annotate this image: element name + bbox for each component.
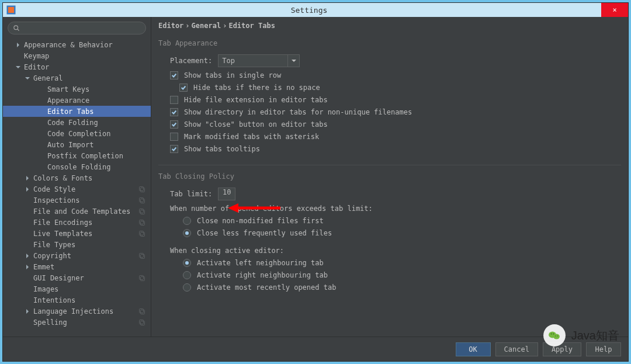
breadcrumb-item: Editor Tabs [228, 22, 275, 30]
settings-tree[interactable]: Appearance & BehaviorKeymapEditorGeneral… [3, 39, 151, 337]
svg-rect-5 [141, 188, 145, 192]
sidebar-item-smart-keys[interactable]: Smart Keys [3, 84, 151, 95]
svg-rect-19 [141, 310, 145, 314]
sidebar-item-label: Smart Keys [47, 85, 89, 93]
sidebar-item-language-injections[interactable]: Language Injections [3, 306, 151, 317]
titlebar: Settings × [3, 3, 628, 17]
sidebar-item-label: Code Folding [47, 119, 98, 127]
checkbox-label: Hide tabs if there is no space [193, 84, 320, 92]
hide-no-space-checkbox[interactable]: Hide tabs if there is no space [179, 84, 621, 92]
sidebar-item-label: Intentions [33, 296, 75, 304]
radio-close-lessfreq[interactable]: Close less frequently used files [183, 229, 621, 237]
sidebar-item-code-folding[interactable]: Code Folding [3, 117, 151, 128]
sidebar-item-label: Appearance [47, 96, 89, 105]
checkbox-label: Show directory in editor tabs for non-un… [184, 108, 412, 116]
cancel-button[interactable]: Cancel [495, 342, 538, 356]
close-icon: × [612, 6, 616, 14]
sidebar-item-copyright[interactable]: Copyright [3, 250, 151, 261]
svg-rect-17 [141, 276, 145, 280]
checkbox-icon [170, 120, 178, 129]
radio-activate-left[interactable]: Activate left neighbouring tab [183, 259, 621, 267]
sidebar-item-emmet[interactable]: Emmet [3, 261, 151, 272]
radio-label: Activate most recently opened tab [197, 283, 336, 292]
sidebar-item-file-and-code-templates[interactable]: File and Code Templates [3, 206, 151, 217]
radio-label: Close less frequently used files [197, 229, 332, 237]
svg-rect-6 [140, 197, 144, 202]
sidebar-item-label: Postfix Completion [47, 152, 123, 160]
svg-rect-15 [141, 254, 145, 258]
sidebar-item-appearance-behavior[interactable]: Appearance & Behavior [3, 39, 151, 50]
sidebar-item-label: Images [33, 285, 58, 293]
svg-rect-4 [140, 186, 144, 190]
ok-button[interactable]: OK [456, 342, 491, 356]
sidebar-item-general[interactable]: General [3, 72, 151, 84]
close-button[interactable]: × [601, 3, 628, 17]
sidebar-item-label: Editor [24, 63, 49, 71]
sidebar-item-label: Code Completion [47, 130, 110, 138]
placement-select[interactable]: Top [218, 54, 288, 67]
svg-point-26 [550, 334, 552, 335]
radio-icon [183, 217, 191, 225]
sidebar-item-spelling[interactable]: Spelling [3, 317, 151, 328]
expand-icon [24, 175, 31, 182]
placement-dropdown-button[interactable] [288, 54, 300, 67]
wechat-icon [543, 324, 566, 346]
tab-limit-value: 10 [223, 188, 231, 196]
sidebar-item-gui-designer[interactable]: GUI Designer [3, 272, 151, 283]
group-closing-policy: Tab Closing Policy [158, 165, 621, 181]
sidebar-item-live-templates[interactable]: Live Templates [3, 228, 151, 239]
per-project-icon [138, 307, 146, 316]
sidebar-item-auto-import[interactable]: Auto Import [3, 139, 151, 150]
sidebar-item-inspections[interactable]: Inspections [3, 195, 151, 206]
per-project-icon [138, 274, 146, 282]
sidebar-item-keymap[interactable]: Keymap [3, 50, 151, 61]
show-close-checkbox[interactable]: Show "close" button on editor tabs [170, 120, 621, 129]
per-project-icon [138, 185, 146, 193]
sidebar-item-label: Editor Tabs [47, 108, 93, 116]
breadcrumb-item: General [192, 22, 221, 30]
sidebar-item-editor[interactable]: Editor [3, 61, 151, 72]
body: Appearance & BehaviorKeymapEditorGeneral… [3, 17, 628, 337]
sidebar-item-colors-fonts[interactable]: Colors & Fonts [3, 172, 151, 183]
breadcrumb-item: Editor [158, 22, 183, 30]
sidebar-item-label: File Types [33, 241, 75, 249]
svg-point-25 [553, 334, 560, 339]
sidebar-item-intentions[interactable]: Intentions [3, 294, 151, 306]
single-row-checkbox[interactable]: Show tabs in single row [170, 71, 621, 79]
radio-activate-recent[interactable]: Activate most recently opened tab [183, 283, 621, 292]
watermark: Java知音 [543, 324, 619, 346]
hide-ext-checkbox[interactable]: Hide file extension in editor tabs [170, 96, 621, 104]
sidebar-item-code-style[interactable]: Code Style [3, 183, 151, 195]
placement-row: Placement: Top [170, 54, 621, 67]
search-input[interactable] [8, 22, 146, 34]
sidebar-item-console-folding[interactable]: Console Folding [3, 161, 151, 172]
show-dir-checkbox[interactable]: Show directory in editor tabs for non-un… [170, 108, 621, 116]
watermark-text: Java知音 [571, 328, 619, 344]
sidebar-item-label: Copyright [33, 252, 71, 260]
tab-limit-input[interactable]: 10 [218, 188, 235, 200]
radio-icon [183, 283, 191, 292]
sidebar-item-editor-tabs[interactable]: Editor Tabs [3, 106, 151, 117]
tooltips-checkbox[interactable]: Show tabs tooltips [170, 145, 621, 153]
radio-icon [183, 259, 191, 267]
svg-rect-16 [140, 275, 144, 279]
radio-label: Activate right neighbouring tab [197, 271, 328, 279]
radio-close-nonmodified[interactable]: Close non-modified files first [183, 217, 621, 225]
checkbox-icon [179, 84, 188, 92]
sidebar-item-appearance[interactable]: Appearance [3, 95, 151, 106]
sidebar-item-label: Console Folding [47, 163, 110, 171]
sidebar-item-images[interactable]: Images [3, 283, 151, 294]
checkbox-icon [170, 133, 178, 141]
radio-label: Activate left neighbouring tab [197, 259, 324, 267]
expand-icon [24, 264, 31, 271]
per-project-icon [138, 207, 146, 216]
sidebar-item-code-completion[interactable]: Code Completion [3, 128, 151, 139]
sidebar-item-file-types[interactable]: File Types [3, 239, 151, 250]
mark-asterisk-checkbox[interactable]: Mark modified tabs with asterisk [170, 133, 621, 141]
sidebar-item-postfix-completion[interactable]: Postfix Completion [3, 150, 151, 161]
sidebar-item-file-encodings[interactable]: File Encodings [3, 217, 151, 228]
svg-rect-8 [140, 209, 144, 213]
radio-activate-right[interactable]: Activate right neighbouring tab [183, 271, 621, 279]
expand-icon [24, 308, 31, 315]
chevron-right-icon: › [185, 22, 189, 30]
